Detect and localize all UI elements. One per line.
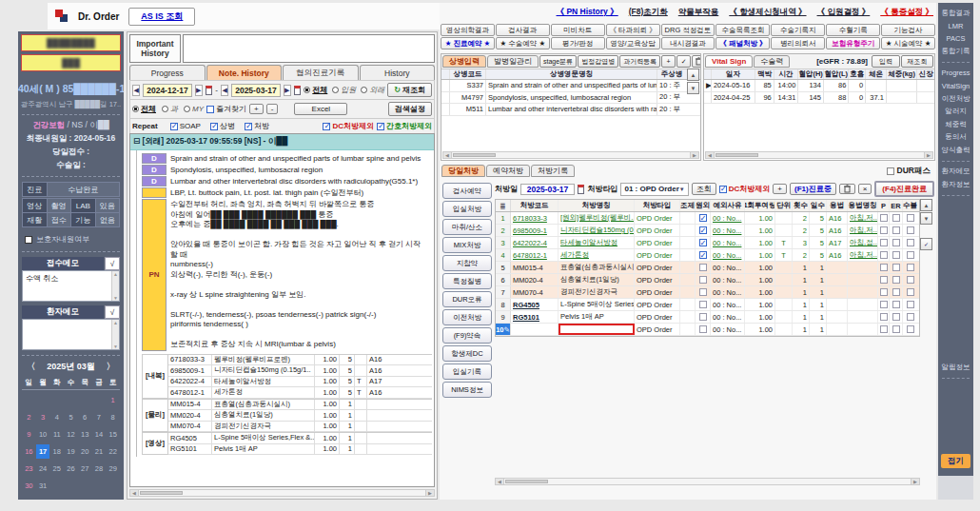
function-tab[interactable]: ★ 시술예약 ★ [881,37,935,49]
order-row[interactable]: RG4505 L-Spine 5매이상 Series,Flex &.. 1.00… [168,433,432,444]
calendar-date[interactable]: 6 [78,410,92,424]
calendar-date[interactable]: 17 [36,444,50,459]
vital-tab[interactable]: Vital Sign [705,55,753,68]
rx-search-button[interactable]: 조회 [692,183,716,195]
side-button[interactable]: 검사예약 [442,183,492,199]
calendar-date[interactable]: 30 [22,479,36,493]
confirm-icon[interactable]: ✓ [920,238,932,250]
function-tab[interactable]: 수술기록지 [771,24,825,36]
filter-radio[interactable]: MY [184,104,204,114]
side-button[interactable]: 지참약 [442,255,492,271]
prev-to-date-button[interactable]: ◀ [221,85,228,96]
diagnosis-tool-button[interactable]: 과거력등록 [619,55,660,68]
calendar-date[interactable]: 29 [106,462,120,476]
function-tab[interactable]: 수술목록조회 [715,24,770,36]
rx-external-checkbox[interactable] [696,286,711,298]
rx-external-checkbox[interactable] [696,237,711,248]
rx-exception-reason[interactable]: 00 : No... [711,274,745,285]
prescription-row[interactable]: 7 MM070-4 경피전기신경자극 OPD Order 00 : No... … [496,286,919,299]
excel-button[interactable]: Excel [294,103,347,115]
prescription-tab[interactable]: 처방기록 [531,165,575,177]
rx-external-checkbox[interactable] [696,212,711,224]
rx-exception-reason[interactable]: 00 : No... [711,237,745,248]
rx-dc-exclude-checkbox[interactable]: DC처방제외 [719,184,771,194]
scroll-left-icon[interactable] [443,152,452,158]
prescription-row[interactable]: 6 MM020-4 심층열치료(1일당) OPD Order 00 : No..… [496,274,919,286]
side-button[interactable]: (F9)약속 [442,327,492,344]
function-tab[interactable]: DRG 적정검토 [661,24,715,36]
vital-input-button[interactable]: 입력 [872,55,900,68]
note-horizontal-scrollbar[interactable] [129,489,435,497]
calendar-date[interactable] [92,479,107,493]
rx-supply-checkbox[interactable] [903,286,917,298]
scope-radio[interactable]: 외래 [361,85,384,95]
function-tab[interactable]: 기능검사 [881,24,935,36]
rx-er-checkbox[interactable] [890,262,903,273]
chief-complaint-row[interactable]: LBP, Lt. buttock pain, Lt. post. lat. th… [142,187,432,198]
rx-p-checkbox[interactable] [878,324,890,335]
filter-radio[interactable]: 과 [162,104,178,114]
calendar-date[interactable]: 10 [36,427,50,442]
diagnosis-table-row[interactable]: M511 Lumbar and other intervertebral dis… [441,104,700,116]
rx-p-checkbox[interactable] [878,311,890,323]
calendar-date[interactable]: 14 [92,427,107,442]
diagnosis-tool-button[interactable]: stage분류 [539,55,577,68]
rx-name[interactable] [559,324,635,335]
calendar-icon[interactable] [206,86,212,95]
rx-external-checkbox[interactable] [696,311,711,323]
rx-name[interactable]: L-Spine 5매이상 Series... [559,299,635,310]
rx-f1-inprogress-button[interactable]: (F1)진료중 [790,183,836,195]
rx-er-checkbox[interactable] [890,286,903,298]
rx-supply-checkbox[interactable] [903,262,917,273]
scroll-thumb[interactable] [715,153,758,157]
patient-memo-text[interactable] [22,319,120,350]
receipt-memo-check-button[interactable]: √ [105,257,120,270]
rx-er-checkbox[interactable] [890,225,903,236]
rx-f4-complete-button[interactable]: (F4)진료완료 [874,181,934,197]
rx-supply-checkbox[interactable] [903,324,917,335]
calendar-date[interactable] [49,393,64,407]
quick-menu-item[interactable]: 환자메모 [938,166,973,179]
scroll-up-icon[interactable]: ▲ [920,199,932,211]
notice-item[interactable]: 알림정보 [938,363,973,372]
calendar-date[interactable] [64,393,78,407]
important-history-box[interactable] [183,34,435,63]
quick-menu-item[interactable]: 환자정보 [938,178,973,191]
checkbox-icon[interactable] [25,236,32,244]
calendar-date[interactable]: 31 [36,479,50,493]
quick-menu-item[interactable]: Progress [938,67,973,80]
vital-requery-button[interactable]: 재조회 [901,55,933,68]
calendar-date[interactable]: 24 [36,462,50,476]
note-tab[interactable]: Progress [129,65,206,80]
calendar-date[interactable]: 18 [49,444,64,459]
scroll-right-icon[interactable] [425,490,434,496]
side-button[interactable]: MIX처방 [442,237,492,253]
calendar-date[interactable]: 15 [106,427,120,442]
scope-radio[interactable]: 전체 [304,85,327,95]
rx-external-checkbox[interactable] [696,262,711,273]
collapse-icon[interactable]: ⊟ [133,136,140,146]
rx-exception-reason[interactable]: 00 : No... [711,324,745,335]
calendar-date[interactable] [22,393,36,407]
calendar-date[interactable]: 12 [64,427,78,442]
side-button[interactable]: 입실기록 [442,364,492,380]
rx-supply-checkbox[interactable] [903,212,917,224]
filter-radio[interactable]: 전체 [132,104,156,114]
note-tab[interactable]: 협의진료기록 [283,65,359,80]
order-row[interactable]: MM070-4 경피전기신경자극 1.00 1 [168,422,432,433]
note-content[interactable]: ⊟ [외래] 2025-03-17 09:55:59 [NS] - 이██ D … [129,133,435,487]
prescription-row[interactable]: 1 6718033-3 [원외]펠루비정(펠루비... OPD Order 00… [496,212,919,225]
quick-menu-item[interactable]: 이전처방 [938,92,973,106]
prescription-row[interactable]: 2 6985009-1 니자티딘캡슐150mg (0... OPD Order … [496,225,919,237]
memo-scrollbar[interactable] [111,271,119,301]
rx-name[interactable]: [원외]펠루비정(펠루비... [559,212,635,224]
quick-menu-item[interactable]: PACS [938,32,973,46]
requery-button[interactable]: ↻재조회 [387,83,432,97]
progress-note-row[interactable]: PN 수일전부터 허리, 좌측 엉치, 좌측 허벅지 뒤 바깥쪽으로 통증 아침… [142,199,432,351]
calendar-date[interactable]: 4 [49,410,64,424]
rx-er-checkbox[interactable] [890,249,903,261]
prescription-tab[interactable]: 예약처방 [486,165,530,177]
zoom-in-button[interactable]: + [249,104,264,114]
rx-name[interactable]: 세가톤정 [559,249,635,261]
prescription-tab[interactable]: 당일처방 [441,165,485,177]
